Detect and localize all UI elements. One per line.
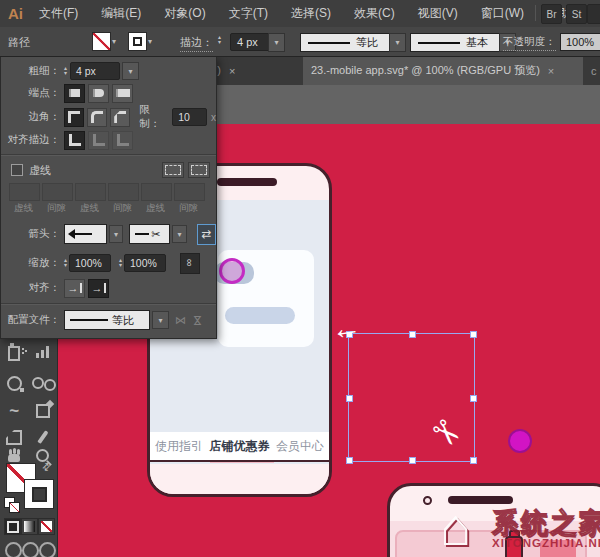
document-tab-3[interactable]: c [583, 56, 600, 85]
scale-x-stepper[interactable]: ▴▾ [64, 258, 67, 268]
weight-field[interactable]: 4 px [70, 62, 120, 80]
arrow-end-dropdown[interactable]: ✂ [129, 224, 170, 244]
scale-y-stepper[interactable]: ▴▾ [119, 258, 122, 268]
fill-chevron-icon[interactable]: ▾ [112, 37, 116, 46]
weight-dropdown[interactable]: ▾ [122, 62, 139, 80]
magnifier-shape [36, 449, 49, 462]
stroke-swatch[interactable] [128, 32, 147, 51]
menu-type[interactable]: 文字(T) [229, 5, 268, 22]
brush-dropdown[interactable]: 基本 [410, 33, 500, 52]
none-mode-button[interactable] [38, 518, 55, 535]
illustrator-window: Ai 文件(F) 编辑(E) 对象(O) 文字(T) 选择(S) 效果(C) 视… [0, 0, 600, 557]
stepper-down-icon[interactable]: ▾ [64, 263, 67, 268]
arrow-start-dropdown[interactable] [64, 224, 107, 244]
menu-view[interactable]: 视图(V) [418, 5, 458, 22]
dash-field-2[interactable] [75, 183, 106, 201]
bridge-button[interactable]: Br [541, 4, 562, 24]
scale-x-field[interactable]: 100% [69, 254, 111, 272]
opacity-label[interactable]: 不透明度： [503, 35, 556, 51]
arrow-to-bar-icon: → [68, 283, 82, 293]
stroke-weight-dropdown[interactable]: ▾ [268, 33, 285, 52]
round-cap-button[interactable] [88, 84, 109, 103]
color-mode-button[interactable] [4, 518, 21, 535]
arrow-start-chevron[interactable]: ▾ [109, 225, 124, 243]
profile-dropdown[interactable]: 等比 [64, 310, 150, 330]
align-stroke-center-button[interactable] [64, 131, 85, 150]
width-profile-dropdown[interactable]: 等比 [300, 33, 390, 52]
selection-handle[interactable] [409, 457, 416, 464]
stroke-chevron-icon[interactable]: ▾ [148, 37, 152, 46]
menu-select[interactable]: 选择(S) [291, 5, 331, 22]
selection-handle[interactable] [470, 395, 477, 402]
projecting-cap-button[interactable] [112, 84, 133, 103]
gradient-mode-button[interactable] [21, 518, 38, 535]
tab2-label: 23.-mobile app.svg* @ 100% (RGB/GPU 预览) [311, 63, 540, 78]
selection-handle[interactable] [409, 331, 416, 338]
arrow-end-chevron[interactable]: ▾ [172, 225, 187, 243]
tab1-close-icon[interactable]: × [229, 65, 235, 77]
stock-button[interactable]: St [566, 4, 587, 24]
workspace-partial-button[interactable] [587, 4, 600, 24]
align-stroke-outside-button[interactable] [112, 131, 133, 150]
flip-across-icon[interactable]: ⋈ [191, 315, 204, 326]
menu-window[interactable]: 窗口(W) [481, 5, 524, 22]
stroke-color-swatch[interactable] [24, 479, 54, 509]
selection-handle[interactable] [470, 331, 477, 338]
stepper-down-icon[interactable]: ▾ [218, 40, 221, 45]
symbol-sprayer-tool-icon[interactable] [3, 341, 25, 363]
tab2-close-icon[interactable]: × [548, 65, 554, 77]
butt-cap-button[interactable] [64, 84, 85, 103]
align-tip-button[interactable]: → [64, 279, 85, 298]
align-stroke-inside-button[interactable] [88, 131, 109, 150]
selection-handle[interactable] [346, 395, 353, 402]
swap-arrowheads-button[interactable]: ⇄ [197, 224, 216, 245]
gap-field-2[interactable] [108, 183, 139, 201]
magenta-dot [508, 429, 532, 453]
miter-join-button[interactable] [64, 108, 84, 127]
limit-field[interactable]: 10 [172, 108, 207, 126]
gap-field-3[interactable] [174, 183, 205, 201]
stroke-weight-label[interactable]: 描边： [180, 35, 213, 52]
menu-edit[interactable]: 编辑(E) [101, 5, 141, 22]
align-end-button[interactable]: → [88, 279, 109, 298]
stroke-weight-stepper[interactable]: ▴ ▾ [218, 35, 221, 45]
stepper-down-icon[interactable]: ▾ [64, 71, 67, 76]
fill-swatch[interactable] [92, 32, 111, 51]
color-square [7, 521, 19, 533]
menu-file[interactable]: 文件(F) [39, 5, 78, 22]
draw-behind-icon[interactable] [22, 542, 39, 557]
profile-line-preview [70, 319, 108, 321]
dashed-line-checkbox[interactable] [11, 164, 23, 176]
dash-field-1[interactable] [9, 183, 40, 201]
dash-align-button[interactable] [188, 162, 210, 178]
selection-handle[interactable] [346, 457, 353, 464]
width-profile-chevron[interactable]: ▾ [389, 33, 406, 52]
link-scales-button[interactable]: ∞ [180, 253, 200, 274]
shape-builder-tool-icon[interactable] [3, 372, 25, 394]
round-join-button[interactable] [87, 108, 107, 127]
bevel-join-button[interactable] [110, 108, 130, 127]
draw-inside-icon[interactable] [39, 542, 56, 557]
weight-stepper[interactable]: ▴ ▾ [64, 66, 67, 76]
tab3-label: c [591, 65, 597, 77]
opacity-field[interactable]: 100% [560, 33, 600, 51]
miter-join-shape [68, 111, 80, 123]
dash-preserve-button[interactable] [162, 162, 184, 178]
scale-y-field[interactable]: 100% [124, 254, 166, 272]
menu-object[interactable]: 对象(O) [164, 5, 205, 22]
profile-chevron[interactable]: ▾ [152, 311, 169, 329]
selection-handle[interactable] [470, 457, 477, 464]
perspective-grid-tool-icon[interactable] [32, 372, 54, 394]
stepper-down-icon[interactable]: ▾ [119, 263, 122, 268]
gap-field-1[interactable] [42, 183, 73, 201]
projecting-cap-shape [116, 89, 130, 97]
draw-normal-icon[interactable] [5, 542, 22, 557]
document-tab-2[interactable]: 23.-mobile app.svg* @ 100% (RGB/GPU 预览) … [303, 56, 598, 85]
width-tool-icon[interactable]: ~ [3, 400, 25, 422]
profile-value: 等比 [112, 313, 134, 328]
flip-along-icon[interactable]: ⋈ [175, 314, 186, 327]
mesh-tool-icon[interactable] [32, 400, 54, 422]
dash-field-3[interactable] [141, 183, 172, 201]
column-graph-tool-icon[interactable] [32, 341, 54, 363]
menu-effect[interactable]: 效果(C) [354, 5, 395, 22]
